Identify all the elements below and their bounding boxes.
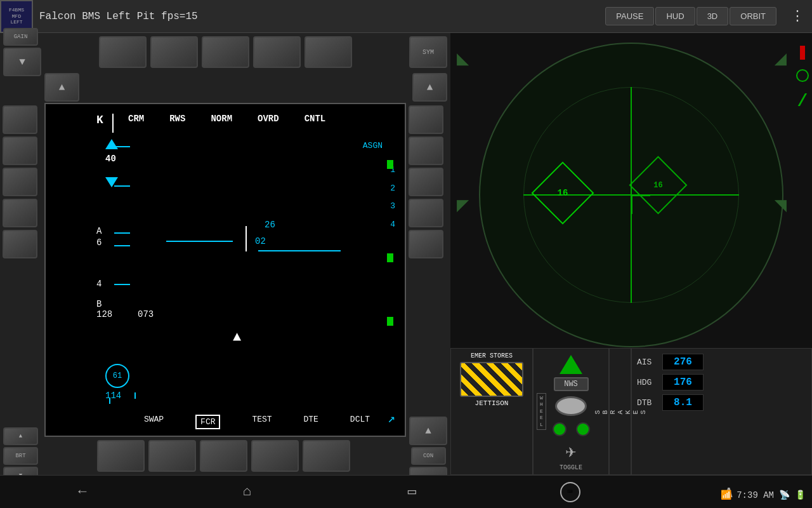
left-btn-4[interactable]	[3, 199, 37, 227]
menu-dots-icon[interactable]: ⋮	[783, 8, 812, 25]
logo-line1: F4BMS	[9, 7, 24, 13]
wifi-icon: 📶	[721, 490, 731, 500]
brt-button[interactable]: BRT	[3, 447, 38, 465]
nws-button[interactable]: NWS	[554, 377, 589, 391]
heading-128-label: 128	[96, 309, 112, 319]
left-btn-5[interactable]	[3, 230, 37, 258]
ais-value: 276	[662, 354, 704, 370]
mfd-top-btn-5[interactable]	[304, 36, 352, 68]
radar-line-1	[166, 241, 233, 242]
gain-down-button[interactable]: ▼	[3, 48, 41, 76]
mfd-bot-btn-4[interactable]	[251, 440, 299, 472]
3d-button[interactable]: 3D	[697, 7, 729, 25]
swap-label[interactable]: SWAP	[144, 415, 164, 429]
gear-arrow-icon	[560, 355, 582, 374]
test-label[interactable]: TEST	[252, 415, 272, 429]
triangle-up-icon	[105, 139, 118, 149]
crm-label: CRM	[128, 114, 144, 124]
green-bar-1	[387, 160, 393, 169]
app-title: Falcon BMS Left Pit fps=15	[39, 11, 605, 22]
instruments-area: EMER STORES JETTISON NWS ✈	[450, 348, 812, 475]
cursor-tick	[134, 392, 136, 399]
battery-icon: 🔋	[795, 490, 806, 500]
mfd-top-btn-2[interactable]	[150, 36, 198, 68]
hud-indicator-circle	[796, 69, 809, 82]
con-up-button[interactable]: ▲	[409, 417, 447, 445]
tick-1	[114, 146, 130, 147]
mfd-bot-btn-5[interactable]	[303, 440, 350, 472]
mfd-bottom-row: ▲ BRT ▼ ▲ CON ▼	[0, 437, 450, 475]
ais-row: AIS 276	[637, 354, 806, 370]
green-bar-2	[387, 253, 393, 262]
track-02-label: 02	[255, 236, 266, 246]
asgn-label: ASGN	[363, 141, 383, 150]
right-btn-2[interactable]	[409, 137, 443, 165]
hud-indicator-slash-icon: /	[797, 91, 808, 111]
rws-label: RWS	[169, 114, 185, 124]
spacer	[119, 73, 167, 101]
mfd-bot-btn-3[interactable]	[200, 440, 247, 472]
gear-dot-right	[576, 422, 590, 436]
left-mfd-panel: GAIN ▼ SYM ▲ ▲	[0, 33, 450, 475]
logo-line2: MFD	[12, 13, 21, 20]
radar-target-1-label: 16	[558, 188, 568, 198]
fcr-arrow-icon: ↗	[388, 410, 395, 426]
jettison-button[interactable]	[460, 362, 523, 397]
right-btn-3[interactable]	[409, 168, 443, 196]
back-button[interactable]: ←	[65, 479, 99, 505]
gear-plane-icon: ✈	[566, 441, 577, 462]
tick-2	[114, 185, 130, 187]
corner-br-icon: ◥	[775, 192, 787, 218]
radar-target-2-label: 16	[653, 181, 662, 190]
mfd-up-arrow-left[interactable]: ▲	[44, 73, 79, 102]
mfd-bot-btn-1[interactable]	[97, 440, 145, 472]
circle-61-indicator: 61	[105, 364, 129, 388]
range-40-label: 40	[105, 154, 116, 164]
circle-61-value: 61	[113, 371, 122, 380]
keyboard-icon: ⌨	[567, 486, 572, 497]
b-label: B	[96, 299, 102, 309]
gain-button[interactable]: GAIN	[3, 28, 38, 46]
num-2: 2	[390, 180, 395, 198]
left-btn-2[interactable]	[3, 137, 37, 165]
right-btn-5[interactable]	[409, 230, 443, 258]
top-buttons: PAUSE HUD 3D ORBIT	[605, 7, 776, 25]
mfd-top-btn-4[interactable]	[253, 36, 301, 68]
dte-label[interactable]: DTE	[304, 415, 318, 429]
radar-display: 16 16 ◣ ◢ ◤ ◥ /	[450, 33, 812, 348]
emer-stores-label: EMER STORES	[471, 352, 513, 359]
gear-dot-left	[553, 422, 566, 436]
left-btn-1[interactable]	[3, 105, 37, 134]
recents-button[interactable]: ▭	[395, 478, 429, 505]
pause-button[interactable]: PAUSE	[605, 7, 654, 25]
spacer2	[171, 73, 218, 101]
mfd-top-btn-1[interactable]	[99, 36, 147, 68]
hdg-label: HDG	[637, 378, 659, 387]
tick-a	[114, 232, 130, 234]
dtb-label: DTB	[637, 398, 659, 408]
sym-button[interactable]: SYM	[409, 36, 447, 68]
hdg-value: 176	[662, 374, 704, 391]
circle-114-label: 114	[105, 391, 121, 401]
right-col-mfd-buttons	[406, 103, 450, 437]
right-btn-1[interactable]	[409, 105, 443, 134]
con-button[interactable]: CON	[411, 447, 446, 465]
cntl-label: CNTL	[304, 114, 326, 124]
hud-button[interactable]: HUD	[655, 7, 695, 25]
wheel-label: WHEEL	[537, 393, 546, 430]
right-btn-4[interactable]	[409, 199, 443, 227]
mfd-top-btn-3[interactable]	[202, 36, 249, 68]
ovrd-label: OVRD	[258, 114, 279, 124]
home-button[interactable]: ⌂	[230, 479, 264, 505]
logo-line3: LEFT	[10, 19, 22, 25]
keyboard-button[interactable]: ⌨	[560, 482, 580, 502]
mfd-up-arrow-right[interactable]: ▲	[412, 73, 447, 102]
brt-up-button[interactable]: ▲	[3, 427, 38, 445]
dclt-label[interactable]: DCLT	[350, 415, 370, 429]
right-panel: 16 16 ◣ ◢ ◤ ◥ /	[450, 33, 812, 475]
fcr-label-box[interactable]: FCR	[195, 415, 220, 429]
orbit-button[interactable]: ORBIT	[730, 7, 776, 25]
mfd-bot-btn-2[interactable]	[148, 440, 196, 472]
left-btn-3[interactable]	[3, 168, 37, 196]
radar-line-2	[258, 250, 341, 251]
